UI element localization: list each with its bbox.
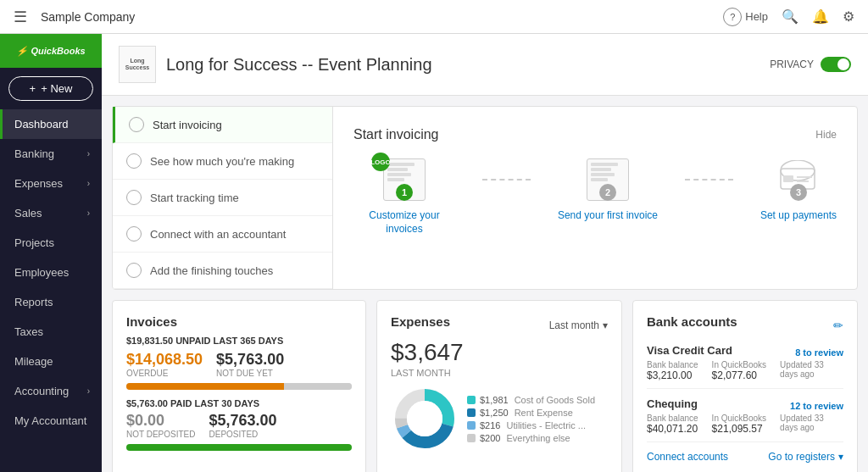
svg-point-10 xyxy=(407,401,442,436)
sidebar-item-taxes[interactable]: Taxes xyxy=(0,317,102,347)
invoices-unpaid-row: $19,831.50 UNPAID LAST 365 DAYS xyxy=(126,336,352,346)
sidebar: ⚡ QuickBooks + + New Dashboard Banking ›… xyxy=(0,34,102,472)
layout: ⚡ QuickBooks + + New Dashboard Banking ›… xyxy=(0,34,868,472)
setup-step-1[interactable]: See how much you're making xyxy=(113,143,332,180)
sidebar-item-projects[interactable]: Projects xyxy=(0,228,102,258)
expenses-period-selector[interactable]: Last month ▾ xyxy=(549,319,608,331)
company-title: Long for Success -- Event Planning xyxy=(166,55,760,75)
chevron-down-icon: ▾ xyxy=(838,451,843,463)
privacy-toggle[interactable]: PRIVACY xyxy=(770,57,851,72)
bank-balance-0-1: In QuickBooks $2,077.60 xyxy=(712,360,766,381)
step-num-2: 2 xyxy=(599,184,616,201)
expenses-legend: $1,981 Cost of Goods Sold $1,250 Rent Ex… xyxy=(467,395,595,443)
inv-step-3: 3 Set up payments xyxy=(760,156,837,223)
setup-step-0[interactable]: Start invoicing xyxy=(113,107,332,143)
sidebar-item-accounting[interactable]: Accounting › xyxy=(0,376,102,406)
setup-content: Start invoicing See how much you're maki… xyxy=(113,107,857,289)
bank-balances-1: Bank balance $40,071.20 In QuickBooks $2… xyxy=(647,414,843,435)
dot-line-2 xyxy=(685,179,733,180)
company-name: Sample Company xyxy=(41,10,709,24)
step-circle-2 xyxy=(126,190,142,205)
bank-balance-0-0: Bank balance $3,210.00 xyxy=(647,360,698,381)
inv-step-1-img: LOGO 1 xyxy=(375,156,434,203)
step-num-3: 3 xyxy=(790,184,807,201)
bank-days-1: Updated 33days ago xyxy=(780,414,824,435)
sidebar-item-sales[interactable]: Sales › xyxy=(0,198,102,228)
bank-edit-icon[interactable]: ✏ xyxy=(833,319,843,332)
not-deposited-amount: $0.00 NOT DEPOSITED xyxy=(126,412,196,439)
sidebar-item-banking[interactable]: Banking › xyxy=(0,139,102,169)
invoices-paid-amounts: $0.00 NOT DEPOSITED $5,763.00 DEPOSITED xyxy=(126,412,352,439)
setup-step-4[interactable]: Add the finishing touches xyxy=(113,253,332,289)
legend-item-1: $1,250 Rent Expense xyxy=(467,408,595,418)
invoices-paid-row: $5,763.00 PAID LAST 30 DAYS xyxy=(126,398,352,408)
hamburger-icon[interactable]: ☰ xyxy=(14,8,27,26)
setup-steps-list: Start invoicing See how much you're maki… xyxy=(113,107,332,289)
inv-step-2: 2 Send your first invoice xyxy=(558,156,658,223)
invoices-title: Invoices xyxy=(126,314,352,329)
inv-step-1-label[interactable]: Customize your invoices xyxy=(353,209,455,236)
bank-balances-0: Bank balance $3,210.00 In QuickBooks $2,… xyxy=(647,360,843,381)
chevron-icon: › xyxy=(87,149,90,158)
sidebar-logo: ⚡ QuickBooks xyxy=(0,34,102,68)
paid-progress-bar xyxy=(126,444,352,451)
setup-steps-panel: Start invoicing See how much you're maki… xyxy=(113,107,333,289)
setup-right-panel: Start invoicing Hide LOGO xyxy=(333,107,857,289)
sidebar-item-dashboard[interactable]: Dashboard xyxy=(0,109,102,139)
setup-header-title: Start invoicing xyxy=(353,127,439,142)
bank-title: Bank accounts xyxy=(647,314,737,329)
setup-step-2[interactable]: Start tracking time xyxy=(113,180,332,216)
legend-dot-1 xyxy=(467,408,476,417)
expenses-period-label: LAST MONTH xyxy=(391,368,608,378)
legend-item-2: $216 Utilities - Electric ... xyxy=(467,420,595,430)
invoices-amounts: $14,068.50 OVERDUE $5,763.00 NOT DUE YET xyxy=(126,351,352,378)
inv-step-3-label[interactable]: Set up payments xyxy=(760,209,837,223)
new-button[interactable]: + + New xyxy=(8,76,93,101)
sidebar-item-mileage[interactable]: Mileage xyxy=(0,347,102,376)
chevron-icon: › xyxy=(87,386,90,396)
not-due-bar xyxy=(284,383,352,390)
search-icon[interactable]: 🔍 xyxy=(782,8,798,25)
dot-line-1 xyxy=(482,179,531,180)
invoicing-steps: LOGO 1 Customize your invoices xyxy=(353,149,837,236)
bank-balance-1-1: In QuickBooks $21,095.57 xyxy=(712,414,766,435)
expenses-amount: $3,647 xyxy=(391,339,608,366)
sidebar-item-reports[interactable]: Reports xyxy=(0,287,102,317)
logo-badge: LOGO xyxy=(371,153,390,171)
bank-account-1: Chequing 12 to review Bank balance $40,0… xyxy=(647,397,843,442)
gear-icon[interactable]: ⚙ xyxy=(843,8,854,25)
expenses-card: Expenses Last month ▾ $3,647 LAST MONTH xyxy=(376,300,622,472)
quickbooks-logo: ⚡ QuickBooks xyxy=(16,46,85,57)
setup-step-3[interactable]: Connect with an accountant xyxy=(113,216,332,253)
sidebar-item-expenses[interactable]: Expenses › xyxy=(0,169,102,198)
sidebar-item-accountant[interactable]: My Accountant xyxy=(0,406,102,436)
deposited-amount: $5,763.00 DEPOSITED xyxy=(209,412,277,439)
connect-accounts-link[interactable]: Connect accounts xyxy=(647,451,728,463)
bank-days-0: Updated 33days ago xyxy=(780,360,824,381)
inv-step-2-label[interactable]: Send your first invoice xyxy=(558,209,658,223)
deposited-bar xyxy=(126,444,352,451)
inv-step-3-img: 3 xyxy=(769,156,828,203)
expenses-chart-row: $1,981 Cost of Goods Sold $1,250 Rent Ex… xyxy=(391,385,608,453)
go-registers-link[interactable]: Go to registers ▾ xyxy=(768,451,843,463)
privacy-pill[interactable] xyxy=(821,57,851,72)
sidebar-item-employees[interactable]: Employees xyxy=(0,258,102,287)
help-button[interactable]: ? Help xyxy=(723,8,768,26)
step-circle-3 xyxy=(126,226,142,242)
top-nav: ☰ Sample Company ? Help 🔍 🔔 ⚙ xyxy=(0,0,868,34)
expenses-title: Expenses xyxy=(391,314,450,329)
bank-balance-1-0: Bank balance $40,071.20 xyxy=(647,414,698,435)
nav-icons: ? Help 🔍 🔔 ⚙ xyxy=(723,8,854,26)
inv-step-2-img: 2 xyxy=(578,156,637,203)
legend-dot-0 xyxy=(467,396,476,404)
overdue-bar xyxy=(126,383,284,390)
expenses-donut-chart xyxy=(391,385,459,453)
plus-icon: + xyxy=(30,82,36,95)
bank-header: Bank accounts ✏ xyxy=(647,314,843,336)
help-icon: ? xyxy=(723,8,742,26)
step-circle-1 xyxy=(126,153,142,169)
not-due-amount: $5,763.00 NOT DUE YET xyxy=(216,351,284,378)
bell-icon[interactable]: 🔔 xyxy=(812,8,829,25)
setup-card: Start invoicing See how much you're maki… xyxy=(112,106,858,290)
hide-link[interactable]: Hide xyxy=(815,129,837,141)
